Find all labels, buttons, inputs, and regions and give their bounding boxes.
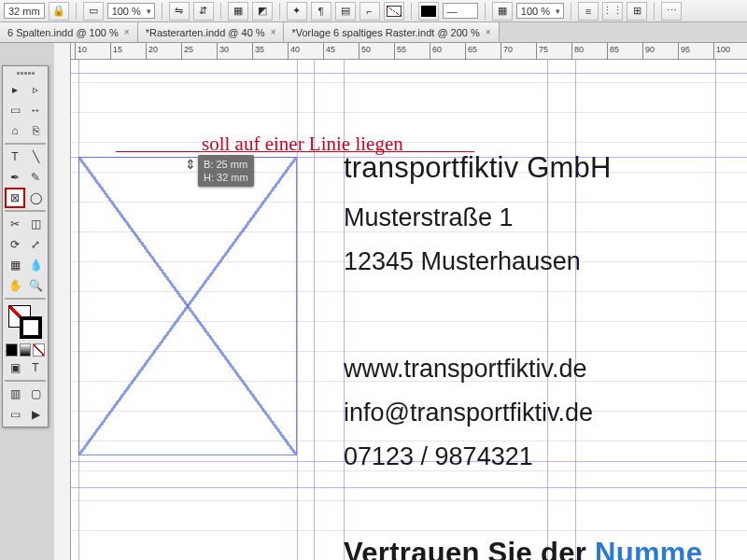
separator	[5, 210, 46, 212]
document-tab-bar: 6 Spalten.indd @ 100 % × *Rasterarten.in…	[0, 22, 747, 43]
scissors-tool[interactable]: ✂	[5, 214, 25, 234]
lock-icon[interactable]: 🔒	[49, 2, 69, 21]
ruler-tick: 45	[326, 45, 335, 54]
apply-color-icon[interactable]	[6, 343, 18, 357]
ruler-tick: 50	[361, 45, 371, 54]
paragraph-icon[interactable]: ¶	[311, 2, 331, 21]
flip-v-icon[interactable]: ⇵	[193, 2, 214, 21]
apply-none-icon[interactable]	[33, 343, 45, 357]
email: info@transportfiktiv.de	[344, 399, 747, 427]
company-name: transportfiktiv GmbH	[344, 151, 747, 185]
corner-icon[interactable]: ⌐	[359, 2, 380, 21]
gap-tool[interactable]: ↔	[25, 100, 46, 120]
close-icon[interactable]: ×	[124, 27, 130, 37]
tab-doc-2[interactable]: *Rasterarten.indd @ 40 % ×	[138, 22, 285, 42]
dimension-tooltip: B: 25 mm H: 32 mm	[198, 155, 254, 187]
apply-gradient-icon[interactable]	[20, 343, 32, 357]
separator	[5, 380, 46, 382]
normal-view-icon[interactable]: ▥	[5, 384, 25, 404]
line-tool[interactable]: ╲	[25, 147, 46, 167]
type-tool[interactable]: T	[5, 147, 25, 167]
presentation-icon[interactable]: ▶	[25, 404, 46, 425]
snap-icon[interactable]: ⊞	[627, 2, 647, 21]
scale-tool[interactable]: ⤢	[25, 234, 46, 255]
street: Musterstraße 1	[344, 203, 747, 232]
rectangle-frame-tool[interactable]: ⊠	[5, 188, 25, 208]
hand-tool[interactable]: ✋	[5, 275, 25, 296]
website: www.transportfiktiv.de	[344, 355, 747, 384]
select-icon[interactable]: ◩	[252, 2, 273, 21]
fill-stroke-proxy[interactable]	[7, 303, 44, 341]
ruler-tick: 100	[716, 45, 730, 54]
page-tool[interactable]: ▭	[5, 100, 25, 120]
formatting-container-icon[interactable]: ▣	[5, 357, 25, 378]
document-canvas[interactable]: soll auf einer Linie liegen ⇕ B: 25 mm H…	[71, 60, 747, 560]
preview-view-icon[interactable]: ▢	[25, 384, 46, 404]
rotate-tool[interactable]: ⟳	[5, 234, 25, 255]
dim-width: B: 25 mm	[204, 158, 248, 171]
dim-height: H: 32 mm	[204, 171, 248, 184]
align-icon[interactable]: ≡	[578, 2, 599, 21]
stroke-swatch[interactable]	[384, 2, 404, 21]
ruler-tick: 75	[539, 45, 548, 54]
ruler-tick: 20	[148, 45, 158, 54]
ruler-tick: 90	[645, 45, 655, 54]
content-collector-tool[interactable]: ⌂	[5, 120, 25, 141]
phone: 07123 / 9874321	[344, 442, 747, 471]
zoom-field-1[interactable]: 100 %	[107, 3, 155, 19]
ruler-tick: 70	[503, 45, 513, 54]
tab-doc-1[interactable]: 6 Spalten.indd @ 100 % ×	[0, 22, 138, 42]
palette-grip[interactable]	[5, 68, 46, 77]
ruler-tick: 40	[290, 45, 300, 54]
zoom-field-2[interactable]: 100 %	[516, 3, 564, 19]
offset-field[interactable]: 32 mm	[4, 3, 45, 19]
horizontal-ruler[interactable]: 10 15 20 25 30 35 40 45 50 55 60 65 70 7…	[54, 43, 747, 60]
stroke-weight[interactable]: —	[443, 3, 478, 19]
ruler-tick: 15	[113, 45, 122, 54]
grid-icon[interactable]: ▦	[492, 2, 513, 21]
ruler-tick: 60	[432, 45, 442, 54]
pencil-tool[interactable]: ✎	[25, 167, 46, 188]
free-transform-tool[interactable]: ◫	[25, 214, 46, 234]
close-icon[interactable]: ×	[271, 27, 276, 37]
ruler-tick: 10	[78, 45, 87, 54]
empty-image-frame[interactable]	[78, 157, 297, 455]
stroke-swatch[interactable]	[20, 316, 42, 339]
formatting-text-icon[interactable]: T	[25, 357, 46, 378]
tagline-part: Vertrauen Sie der	[344, 537, 595, 560]
flip-h-icon[interactable]: ⇋	[169, 2, 190, 21]
eyedropper-tool[interactable]: 💧	[25, 255, 46, 275]
ruler-tick: 35	[255, 45, 264, 54]
zoom-tool[interactable]: 🔍	[25, 275, 46, 296]
ellipse-tool[interactable]: ◯	[25, 188, 46, 208]
content-placer-tool[interactable]: ⎘	[25, 120, 46, 141]
vertical-ruler[interactable]	[54, 43, 71, 560]
tagline-highlight: Numme	[595, 537, 702, 560]
text-frame[interactable]: transportfiktiv GmbH Musterstraße 1 1234…	[344, 151, 747, 560]
fitpage-icon[interactable]: ▭	[83, 2, 104, 21]
separator	[5, 298, 46, 300]
row-guide[interactable]	[71, 73, 747, 74]
pen-tool[interactable]: ✒	[5, 167, 25, 188]
distribute-icon[interactable]: ⋮⋮	[602, 2, 623, 21]
selection-tool[interactable]: ▸	[5, 79, 25, 100]
ruler-tick: 65	[468, 45, 477, 54]
textwrap-icon[interactable]: ▤	[335, 2, 356, 21]
resize-cursor-icon: ⇕	[185, 157, 196, 172]
tab-label: 6 Spalten.indd @ 100 %	[7, 27, 119, 38]
ruler-tick: 30	[219, 45, 229, 54]
tool-palette[interactable]: ▸ ▹ ▭ ↔ ⌂ ⎘ T ╲ ✒ ✎ ⊠ ◯ ✂ ◫ ⟳ ⤢ ▦ 💧 ✋ 🔍 …	[2, 65, 49, 427]
tab-doc-3[interactable]: *Vorlage 6 spaltiges Raster.indt @ 200 %…	[284, 22, 499, 42]
control-bar: 32 mm 🔒 ▭ 100 % ⇋ ⇵ ▦ ◩ ✦ ¶ ▤ ⌐ — ▦ 100 …	[0, 0, 747, 22]
arrange-icon[interactable]: ▦	[228, 2, 248, 21]
effects-icon[interactable]: ✦	[287, 2, 307, 21]
close-icon[interactable]: ×	[486, 27, 491, 37]
direct-selection-tool[interactable]: ▹	[25, 79, 46, 100]
menu-icon[interactable]: ⋯	[661, 2, 682, 21]
screen-mode-icon[interactable]: ▭	[5, 404, 25, 425]
ruler-tick: 25	[184, 45, 193, 54]
gradient-tool[interactable]: ▦	[5, 255, 25, 275]
separator	[5, 143, 46, 145]
ruler-tick: 80	[574, 45, 584, 54]
fill-black-icon[interactable]	[418, 2, 439, 21]
